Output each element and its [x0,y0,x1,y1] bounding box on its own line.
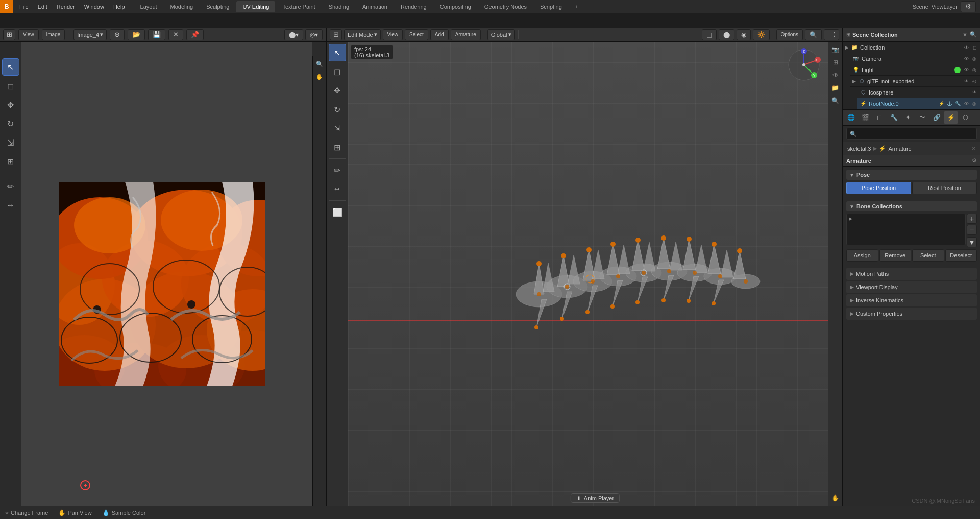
tab-add-workspace[interactable]: + [569,1,584,12]
viewlayer-selector[interactable]: ViewLayer [932,4,958,10]
bone-remove-button[interactable]: Remove [879,249,912,262]
prop-tab-particles[interactable]: ✦ [901,111,915,124]
prop-tab-material[interactable]: ⬡ [959,111,972,124]
vp-mode-selector[interactable]: Edit Mode ▾ [344,29,381,40]
tab-uv-editing[interactable]: UV Editing [236,1,275,12]
prop-tab-modifier[interactable]: 🔧 [887,111,900,124]
tab-texture-paint[interactable]: Texture Paint [276,1,321,12]
close-properties[interactable]: ✕ [971,145,976,152]
uv-transform-tool[interactable]: ⊞ [2,153,19,170]
vp-mesh-menu[interactable]: Armature [451,29,481,40]
vp-overlay-btn[interactable]: Options [776,29,803,40]
uv-annotate-tool[interactable]: ✏ [2,178,19,195]
properties-search[interactable]: 🔍 [846,128,977,140]
vp-rt-grid[interactable]: ⊞ [830,57,841,68]
image-selector[interactable]: Image_4 ▾ [74,29,107,40]
menu-edit[interactable]: Edit [34,1,52,12]
menu-render[interactable]: Render [53,1,79,12]
properties-search-input[interactable] [859,131,973,137]
menu-help[interactable]: Help [109,1,129,12]
bone-collections-header[interactable]: ▼ Bone Collections [846,201,977,211]
uv-move-tool[interactable]: ✥ [2,96,19,113]
rootnode-vis[interactable]: 👁 [963,100,970,107]
prop-tab-renderlayer[interactable]: 🎬 [859,111,872,124]
vp-measure-tool[interactable]: ↔ [329,180,346,198]
scene-selector[interactable]: Scene [913,4,928,10]
motion-paths-header[interactable]: ▶ Motion Paths [846,268,977,280]
tab-geometry-nodes[interactable]: Geometry Nodes [478,1,533,12]
bone-select-button[interactable]: Select [912,249,944,262]
outliner-icosphere-item[interactable]: ⬡ Icosphere 👁 [857,87,980,98]
prop-tab-scene[interactable]: 🌐 [844,111,857,124]
uv-pin[interactable]: 📌 [186,29,204,40]
gltf-render[interactable]: ◎ [971,78,978,85]
viewport-display-header[interactable]: ▶ Viewport Display [846,281,977,293]
vp-cursor-tool[interactable]: ↖ [329,44,346,61]
prop-tab-physics[interactable]: 〜 [916,111,929,124]
outliner-camera-item[interactable]: 📷 Camera 👁 ◎ [850,53,980,64]
vp-transform-space[interactable]: Global▾ [487,29,515,40]
vp-search-btn[interactable]: 🔍 [805,29,822,40]
light-vis[interactable]: 👁 [963,66,970,74]
uv-image-save[interactable]: 💾 [148,29,165,40]
uv-scale-tool[interactable]: ⇲ [2,134,19,151]
bone-coll-remove[interactable]: − [967,225,977,235]
uv-image-close[interactable]: ✕ [168,29,183,40]
uv-rt-hand[interactable]: ✋ [314,71,325,82]
vp-annotate-tool[interactable]: ✏ [329,161,346,179]
outliner-light-item[interactable]: 💡 Light 👁 ◎ [850,64,980,76]
breadcrumb-object[interactable]: skeletal.3 [847,146,871,152]
uv-image-new[interactable]: ⊕ [110,29,125,40]
vp-add-menu[interactable]: Add [430,29,449,40]
camera-vis[interactable]: 👁 [963,55,970,62]
collection-sel[interactable]: ◻ [971,44,978,51]
pose-section-header[interactable]: ▼ Pose [846,170,977,180]
tab-sculpting[interactable]: Sculpting [200,1,235,12]
vp-select-tool[interactable]: ◻ [329,63,346,80]
vp-fullscreen-btn[interactable]: ⛶ [824,29,839,40]
outliner-search[interactable]: 🔍 [970,31,977,38]
outliner-filter[interactable]: ▼ [962,32,968,38]
inverse-kinematics-header[interactable]: ▶ Inverse Kinematics [846,294,977,306]
tab-animation[interactable]: Animation [356,1,394,12]
pose-position-button[interactable]: Pose Position [846,182,911,194]
collection-vis[interactable]: 👁 [963,44,970,51]
tab-rendering[interactable]: Rendering [395,1,433,12]
nav-gizmo[interactable]: X Y Z [786,47,822,83]
bone-assign-button[interactable]: Assign [846,249,878,262]
bone-deselect-button[interactable]: Deselect [945,249,977,262]
scene-settings[interactable]: ⚙ [961,1,976,12]
bone-coll-add[interactable]: + [967,214,977,224]
tab-compositing[interactable]: Compositing [434,1,477,12]
vp-material-shading[interactable]: ◉ [737,29,751,40]
uv-overlay-dropdown[interactable]: ⬤▾ [284,29,303,40]
outliner-collection-item[interactable]: ▶ 📁 Collection 👁 ◻ [843,42,980,53]
vp-rt-search[interactable]: 🔍 [830,95,841,106]
uv-proportional[interactable]: ◎▾ [305,29,323,40]
vp-scale-tool[interactable]: ⇲ [329,120,346,137]
uv-view-menu[interactable]: View [18,29,39,40]
vp-rotate-tool[interactable]: ↻ [329,101,346,118]
vp-rt-view[interactable]: 👁 [830,69,841,81]
vp-transform-tool[interactable]: ⊞ [329,138,346,156]
prop-tab-constraints[interactable]: 🔗 [930,111,943,124]
uv-select-tool[interactable]: ◻ [2,77,19,95]
tab-shading[interactable]: Shading [323,1,355,12]
vp-editor-type[interactable]: ⊞ [330,29,342,40]
camera-render[interactable]: ◎ [971,55,978,62]
vp-wire-shading[interactable]: ◫ [702,29,717,40]
custom-properties-header[interactable]: ▶ Custom Properties [846,308,977,320]
anim-player-button[interactable]: ⏸ Anim Player [571,493,620,503]
uv-cursor-tool[interactable]: ↖ [2,58,19,76]
uv-sample-tool[interactable]: ↔ [2,197,19,214]
rootnode-render[interactable]: ◎ [971,100,978,107]
uv-image-open[interactable]: 📂 [128,29,145,40]
editor-type-button[interactable]: ⊞ [3,29,15,40]
uv-image-menu[interactable]: Image [42,29,65,40]
panel-settings[interactable]: ⚙ [972,157,977,164]
tab-scripting[interactable]: Scripting [534,1,568,12]
prop-tab-objectdata[interactable]: ⚡ [944,111,958,124]
menu-window[interactable]: Window [80,1,108,12]
outliner-gltf-item[interactable]: ▶ ⬡ glTF_not_exported 👁 ◎ [850,76,980,87]
menu-file[interactable]: File [15,1,33,12]
